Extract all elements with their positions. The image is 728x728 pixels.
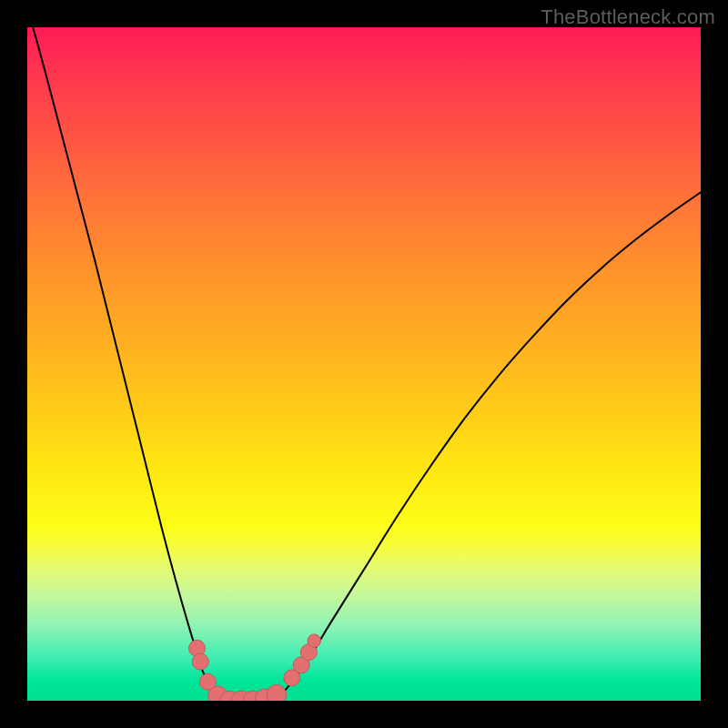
chart-svg (27, 27, 701, 701)
watermark-text: TheBottleneck.com (541, 5, 715, 29)
bottleneck-curve (27, 27, 701, 701)
curve-path (27, 27, 701, 701)
data-markers (188, 634, 320, 701)
marker-dot (267, 685, 287, 701)
marker-dot (308, 634, 320, 647)
marker-dot (192, 653, 208, 670)
chart-frame: TheBottleneck.com (0, 0, 728, 728)
plot-area (27, 27, 701, 701)
